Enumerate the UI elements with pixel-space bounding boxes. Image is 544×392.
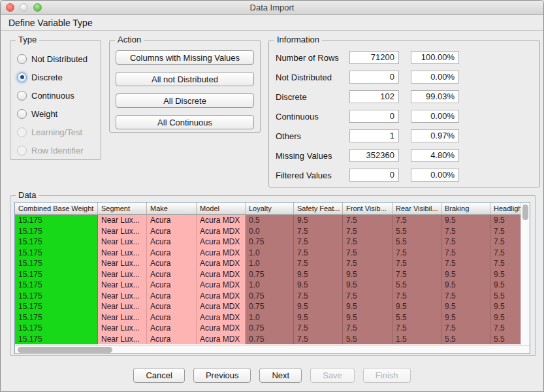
info-percent-field[interactable]: 0.00% — [411, 110, 459, 123]
table-cell: 15.175 — [15, 312, 98, 323]
data-import-window: Data Import Define Variable Type Type No… — [0, 0, 544, 392]
table-row[interactable]: 15.175Near Lux...AcuraAcura MDX0.59.57.5… — [15, 215, 520, 226]
vertical-scrollbar[interactable] — [520, 203, 530, 345]
table-cell: 1.0 — [246, 280, 294, 291]
action-group-label: Action — [115, 35, 144, 44]
column-header-make[interactable]: Make — [147, 203, 197, 214]
table-row[interactable]: 15.175Near Lux...AcuraAcura MDX0.757.55.… — [15, 334, 520, 345]
radio-label: Row Identifier — [31, 146, 83, 155]
table-cell: Acura — [147, 226, 197, 237]
info-count-field[interactable]: 0 — [349, 110, 399, 123]
column-header-loyalty[interactable]: Loyalty — [246, 203, 294, 214]
info-percent-field[interactable]: 100.00% — [411, 51, 459, 64]
table-cell: 0.75 — [246, 323, 294, 334]
table-row[interactable]: 15.175Near Lux...AcuraAcura MDX0.759.59.… — [15, 301, 520, 312]
title-bar[interactable]: Data Import — [1, 1, 543, 15]
info-percent-field[interactable]: 0.97% — [411, 129, 459, 142]
radio-option-discrete[interactable]: Discrete — [17, 68, 101, 86]
info-count-field[interactable]: 102 — [349, 90, 399, 103]
all-continuous-button[interactable]: All Continuous — [116, 115, 254, 129]
table-cell: Near Lux... — [98, 334, 147, 345]
table-cell: 7.5 — [441, 258, 490, 269]
info-row-discrete: Discrete10299.03% — [276, 90, 539, 103]
info-count-field[interactable]: 71200 — [349, 51, 399, 64]
radio-option-not-distributed[interactable]: Not Distributed — [17, 50, 101, 68]
next-button[interactable]: Next — [259, 368, 302, 383]
column-header-segment[interactable]: Segment — [98, 203, 147, 214]
table-cell: 0.5 — [246, 215, 294, 226]
table-row[interactable]: 15.175Near Lux...AcuraAcura MDX0.757.57.… — [15, 323, 520, 334]
table-cell: 5.5 — [490, 291, 520, 302]
table-cell: 7.5 — [343, 291, 392, 302]
info-count-field[interactable]: 352360 — [349, 149, 399, 162]
all-not-distributed-button[interactable]: All not Distributed — [116, 72, 254, 86]
table-cell: 7.5 — [294, 323, 343, 334]
all-discrete-button[interactable]: All Discrete — [116, 93, 254, 108]
info-percent-field[interactable]: 4.80% — [411, 149, 459, 162]
info-count-field[interactable]: 0 — [349, 169, 399, 182]
table-cell: 7.5 — [294, 291, 343, 302]
vertical-scrollbar-thumb[interactable] — [522, 204, 528, 220]
table-row[interactable]: 15.175Near Lux...AcuraAcura MDX1.07.57.5… — [15, 248, 520, 259]
info-label: Number of Rows — [276, 53, 349, 63]
table-cell: 9.5 — [343, 280, 392, 291]
table-row[interactable]: 15.175Near Lux...AcuraAcura MDX0.07.57.5… — [15, 226, 520, 237]
table-row[interactable]: 15.175Near Lux...AcuraAcura MDX0.759.59.… — [15, 269, 520, 280]
radio-icon[interactable] — [17, 73, 27, 82]
table-cell: 7.5 — [294, 248, 343, 259]
table-cell: Acura — [147, 280, 197, 291]
table-cell: 7.5 — [343, 258, 392, 269]
table-cell: 7.5 — [343, 323, 392, 334]
info-percent-field[interactable]: 0.00% — [411, 169, 459, 182]
info-count-field[interactable]: 1 — [349, 129, 399, 142]
table-cell: Near Lux... — [98, 312, 147, 323]
radio-option-weight[interactable]: Weight — [17, 105, 101, 123]
table-cell: 7.5 — [490, 258, 520, 269]
column-header-rear-visibil[interactable]: Rear Visibil... — [392, 203, 441, 214]
table-cell: 7.5 — [441, 237, 490, 248]
previous-button[interactable]: Previous — [193, 368, 251, 383]
column-header-headlight[interactable]: Headlight — [490, 203, 520, 214]
data-group-label: Data — [16, 190, 39, 200]
info-percent-field[interactable]: 99.03% — [411, 90, 459, 103]
horizontal-scrollbar[interactable] — [15, 345, 530, 353]
table-row[interactable]: 15.175Near Lux...AcuraAcura MDX0.757.57.… — [15, 237, 520, 248]
table-cell: 7.5 — [490, 323, 520, 334]
column-header-front-visib[interactable]: Front Visib... — [343, 203, 392, 214]
zoom-icon[interactable] — [33, 3, 42, 12]
info-count-field[interactable]: 0 — [349, 71, 399, 84]
columns-with-missing-values-button[interactable]: Columns with Missing Values — [116, 50, 254, 65]
table-cell: 5.5 — [441, 334, 490, 345]
table-cell: Near Lux... — [98, 301, 147, 312]
table-cell: Near Lux... — [98, 269, 147, 280]
table-cell: 0.0 — [246, 226, 294, 237]
table-row[interactable]: 15.175Near Lux...AcuraAcura MDX1.07.57.5… — [15, 258, 520, 269]
table-cell: Acura — [147, 291, 197, 302]
column-header-combined-base-weight[interactable]: Combined Base Weight — [15, 203, 98, 214]
column-header-safety-feat[interactable]: Safety Feat... — [294, 203, 343, 214]
info-percent-field[interactable]: 0.00% — [411, 71, 459, 84]
close-icon[interactable] — [6, 3, 14, 12]
table-cell: Acura — [147, 237, 197, 248]
table-cell: Acura MDX — [197, 301, 246, 312]
info-label: Discrete — [276, 92, 349, 102]
radio-icon[interactable] — [17, 109, 27, 119]
horizontal-scrollbar-thumb[interactable] — [18, 347, 112, 353]
column-header-braking[interactable]: Braking — [441, 203, 490, 214]
table-header-row: Combined Base WeightSegmentMakeModelLoya… — [15, 203, 520, 215]
table-cell: 1.0 — [246, 312, 294, 323]
table-cell: 7.5 — [392, 269, 441, 280]
table-cell: 5.5 — [490, 334, 520, 345]
table-row[interactable]: 15.175Near Lux...AcuraAcura MDX1.09.59.5… — [15, 312, 520, 323]
column-header-model[interactable]: Model — [197, 203, 246, 214]
table-cell: Near Lux... — [98, 291, 147, 302]
radio-option-continuous[interactable]: Continuous — [17, 86, 101, 105]
table-row[interactable]: 15.175Near Lux...AcuraAcura MDX1.09.59.5… — [15, 280, 520, 291]
table-row[interactable]: 15.175Near Lux...AcuraAcura MDX0.757.57.… — [15, 291, 520, 302]
radio-icon[interactable] — [17, 91, 27, 101]
radio-icon — [17, 127, 27, 137]
radio-icon[interactable] — [17, 54, 27, 64]
table-cell: 7.5 — [343, 215, 392, 226]
minimize-icon[interactable] — [20, 3, 28, 12]
cancel-button[interactable]: Cancel — [133, 368, 184, 383]
